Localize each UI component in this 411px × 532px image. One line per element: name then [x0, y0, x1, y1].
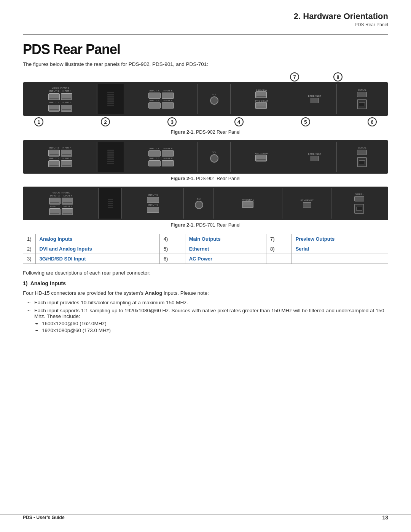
row1-label2: Main Outputs: [185, 234, 266, 244]
label-5: 5: [301, 117, 310, 126]
ethernet-701: ETHERNET: [283, 188, 331, 219]
row3-label2: AC Power: [185, 254, 266, 264]
bold-analog: Analog: [145, 290, 162, 296]
sdi-701: SDI: [185, 188, 214, 219]
ethernet-link[interactable]: Ethernet: [189, 246, 209, 252]
sdi-block: SDI: [198, 84, 231, 114]
serial-power-901: SERIAL: [338, 142, 387, 172]
row2-num1: 2): [23, 244, 36, 254]
analog-inputs-701: VIDEO INPUTS Input 3 Input 1 Input 4 Inp…: [24, 188, 99, 219]
row3-num2: 6): [159, 254, 185, 264]
label-1: 1: [34, 117, 43, 126]
row2-num3: 8): [266, 244, 292, 254]
ethernet-block-1: ETHERNET: [293, 84, 337, 114]
fan-block-901: [98, 142, 124, 172]
chapter-title: 2. Hardware Orientation: [294, 11, 388, 21]
table-row: 2) DVI and Analog Inputs 5) Ethernet 8) …: [23, 244, 388, 254]
row2-label1: DVI and Analog Inputs: [35, 244, 159, 254]
main-outputs-link[interactable]: Main Outputs: [189, 236, 221, 242]
bullet-2: Each input supports 1:1 sampling up to 1…: [34, 308, 388, 333]
fig-caption-2-prefix: Figure 2-1.: [170, 176, 194, 181]
row2-label2: Ethernet: [185, 244, 266, 254]
panel-pds901: Input 3 Input 1 Input 4 Input 2: [23, 140, 388, 174]
label-7: 7: [290, 72, 299, 81]
ac-power-link[interactable]: AC Power: [189, 256, 212, 262]
label-4: 4: [234, 117, 244, 126]
fig-caption-3-prefix: Figure 2-1.: [170, 222, 194, 228]
fig-caption-1-prefix: Figure 2-1.: [170, 129, 194, 135]
label-8: 8: [333, 72, 342, 81]
chapter-header: 2. Hardware Orientation: [0, 0, 411, 21]
label-3: 3: [167, 117, 177, 126]
fig-caption-1: Figure 2-1. PDS-902 Rear Panel: [0, 129, 411, 135]
analog-inputs-block-901: Input 3 Input 1 Input 4 Input 2: [24, 142, 97, 172]
row1-label3: Preview Outputs: [292, 234, 388, 244]
subsection-title-text: 1) Analog Inputs: [23, 280, 66, 286]
sdi-input-link[interactable]: 3G/HD/SD SDI Input: [40, 256, 86, 262]
sub-bullet-1: 1600x1200@60 (162.0MHz): [42, 321, 388, 326]
footer-right: 13: [382, 514, 388, 521]
subsection-header: 1) Analog Inputs: [23, 280, 388, 286]
label-6: 6: [368, 117, 377, 126]
dvi-701: Input 5 Input 6: [123, 188, 184, 219]
row3-label3: [292, 254, 388, 264]
row3-num1: 3): [23, 254, 36, 264]
bottom-labels: 1 2 3 4 5 6: [23, 117, 388, 126]
top-divider: [23, 34, 388, 35]
footer: PDS • User’s Guide 13: [0, 514, 411, 521]
sdi-901: SDI: [198, 142, 231, 172]
diagram-pds902: 7 8 VIDEO INPUTS Input 3 Input 1 Input 4: [23, 72, 388, 126]
row2-num2: 5): [159, 244, 185, 254]
label-2: 2: [101, 117, 110, 126]
serial-power-block: SERIAL: [338, 84, 387, 114]
bullet-list: Each input provides 10-bits/color sampli…: [34, 300, 388, 333]
subtitle: PDS Rear Panel: [355, 22, 388, 27]
fig-caption-1-text: PDS-902 Rear Panel: [196, 129, 241, 135]
row3-num3: [266, 254, 292, 264]
analog-inputs-block: VIDEO INPUTS Input 3 Input 1 Input 4 Inp…: [24, 84, 97, 114]
dvi-inputs-901: Input 7 Input 5 Input 8 Input 6: [125, 142, 198, 172]
analog-inputs-link[interactable]: Analog Inputs: [40, 236, 73, 242]
fig-caption-3-text: PDS-701 Rear Panel: [196, 222, 241, 228]
row1-num1: 1): [23, 234, 36, 244]
fig-caption-2: Figure 2-1. PDS-901 Rear Panel: [0, 176, 411, 181]
panel-pds701: VIDEO INPUTS Input 3 Input 1 Input 4 Inp…: [23, 187, 388, 220]
diagram-pds701: VIDEO INPUTS Input 3 Input 1 Input 4 Inp…: [23, 187, 388, 220]
top-labels: 7 8: [23, 72, 388, 81]
fan-block: [98, 84, 124, 114]
row2-label3: Serial: [292, 244, 388, 254]
diagram-pds901: Input 3 Input 1 Input 4 Input 2: [23, 140, 388, 174]
row3-label1: 3G/HD/SD SDI Input: [35, 254, 159, 264]
footer-left: PDS • User’s Guide: [23, 515, 65, 520]
outputs-block: Preview PROGRAM: [231, 84, 292, 114]
section-title: PDS Rear Panel: [23, 42, 388, 58]
table-row: 1) Analog Inputs 4) Main Outputs 7) Prev…: [23, 234, 388, 244]
ethernet-901: ETHERNET: [293, 142, 337, 172]
dvi-inputs-block: Input 7 Input 5 Input 8 Input 6: [125, 84, 198, 114]
following-text: Following are descriptions of each rear …: [23, 270, 388, 276]
program-701: PROGRAM: [215, 188, 282, 219]
intro-text: The figures below illustrate the rear pa…: [23, 61, 388, 67]
serial-link[interactable]: Serial: [296, 246, 309, 252]
fan-701: [99, 188, 122, 219]
panel-pds902: VIDEO INPUTS Input 3 Input 1 Input 4 Inp…: [23, 82, 388, 116]
row1-label1: Analog Inputs: [35, 234, 159, 244]
row1-num2: 4): [159, 234, 185, 244]
dvi-analog-inputs-link[interactable]: DVI and Analog Inputs: [40, 246, 92, 252]
fig-caption-3: Figure 2-1. PDS-701 Rear Panel: [0, 222, 411, 228]
program-block-901: PROGRAM: [231, 142, 292, 172]
reference-table: 1) Analog Inputs 4) Main Outputs 7) Prev…: [23, 234, 388, 264]
subheader: PDS Rear Panel: [0, 21, 411, 27]
fig-caption-2-text: PDS-901 Rear Panel: [196, 176, 241, 181]
sub-bullet-2: 1920x1080p@60 (173.0 MHz): [42, 328, 388, 333]
serial-power-701: SERIAL: [332, 188, 387, 219]
sub-bullet-list: 1600x1200@60 (162.0MHz) 1920x1080p@60 (1…: [42, 321, 388, 333]
preview-outputs-link[interactable]: Preview Outputs: [296, 236, 335, 242]
bullet-1: Each input provides 10-bits/color sampli…: [34, 300, 388, 305]
subsection-body: Four HD-15 connectors are provided for t…: [23, 290, 388, 296]
table-row: 3) 3G/HD/SD SDI Input 6) AC Power: [23, 254, 388, 264]
row1-num3: 7): [266, 234, 292, 244]
